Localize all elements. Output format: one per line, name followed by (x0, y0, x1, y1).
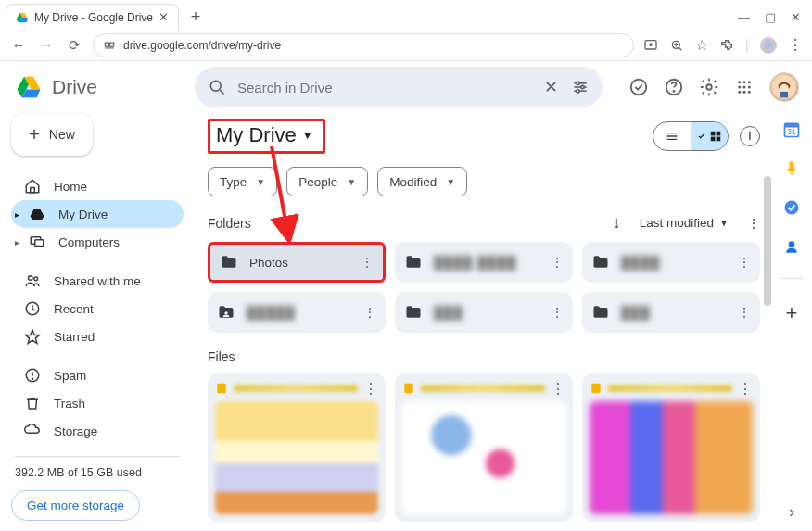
get-storage-button[interactable]: Get more storage (11, 490, 140, 521)
tasks-icon[interactable] (782, 198, 801, 217)
svg-rect-39 (780, 92, 788, 98)
svg-rect-53 (710, 132, 715, 136)
file-more-icon[interactable]: ⋮ (738, 380, 753, 398)
folder-item[interactable]: Photos ⋮ (208, 242, 386, 283)
site-info-icon[interactable] (103, 39, 116, 52)
search-options-icon[interactable] (571, 78, 590, 96)
search-bar[interactable]: ✕ (195, 67, 603, 107)
support-icon[interactable] (664, 77, 684, 97)
svg-line-11 (679, 47, 682, 50)
window-controls: — ▢ ✕ (738, 10, 812, 30)
sidebar-item-home[interactable]: Home (11, 172, 184, 200)
folder-item[interactable]: ███ ⋮ (582, 292, 760, 333)
file-more-icon[interactable]: ⋮ (551, 380, 565, 398)
folder-more-icon[interactable]: ⋮ (551, 255, 564, 270)
apps-grid-icon[interactable] (734, 77, 755, 97)
spam-icon (24, 367, 41, 384)
ready-offline-icon[interactable] (628, 77, 649, 97)
svg-point-30 (748, 81, 751, 83)
new-tab-button[interactable]: + (184, 6, 207, 28)
folder-name: █████ (247, 306, 296, 320)
tab-title: My Drive - Google Drive (34, 11, 153, 24)
svg-point-16 (210, 81, 221, 91)
file-more-icon[interactable]: ⋮ (363, 380, 378, 398)
browser-toolbar: ← → ⟳ drive.google.com/drive/my-drive ☆ … (0, 30, 812, 61)
svg-rect-5 (110, 43, 114, 46)
back-button[interactable]: ← (9, 36, 28, 55)
sidebar-item-computers[interactable]: ▸ Computers (11, 228, 184, 256)
list-view-button[interactable] (653, 122, 691, 150)
new-button[interactable]: + New (11, 113, 93, 156)
folder-item[interactable]: ████ ████ ⋮ (395, 242, 573, 283)
sort-direction-icon[interactable]: ↓ (613, 213, 621, 233)
file-item[interactable]: ⋮ (208, 373, 386, 522)
address-bar[interactable]: drive.google.com/drive/my-drive (93, 33, 634, 57)
folder-more-icon[interactable]: ⋮ (551, 305, 564, 320)
file-item[interactable]: ⋮ (582, 373, 760, 522)
sidebar-item-shared[interactable]: Shared with me (11, 267, 184, 295)
file-name (608, 385, 732, 392)
folder-name: ███ (621, 306, 651, 320)
contacts-icon[interactable] (782, 237, 801, 256)
computers-icon (29, 234, 45, 250)
svg-point-35 (743, 91, 746, 94)
folder-item[interactable]: █████ ⋮ (208, 292, 386, 333)
get-addons-button[interactable]: + (786, 301, 798, 325)
close-tab-icon[interactable]: ✕ (159, 10, 169, 24)
svg-point-28 (738, 81, 741, 83)
zoom-icon[interactable] (669, 38, 684, 53)
file-item[interactable]: ⋮ (395, 373, 573, 522)
sort-menu[interactable]: Last modified▼ (640, 216, 729, 230)
scrollbar-thumb[interactable] (764, 176, 771, 306)
bookmark-icon[interactable]: ☆ (695, 36, 708, 54)
install-app-icon[interactable] (643, 38, 658, 53)
browser-tab[interactable]: My Drive - Google Drive ✕ (6, 4, 179, 30)
drive-logo[interactable]: Drive (13, 73, 187, 101)
location-breadcrumb[interactable]: My Drive ▼ (208, 119, 325, 154)
reload-button[interactable]: ⟳ (65, 36, 83, 55)
account-avatar[interactable] (769, 72, 799, 102)
sidebar-item-spam[interactable]: Spam (11, 361, 184, 389)
filter-chip-type[interactable]: Type▼ (208, 167, 277, 196)
folder-more-icon[interactable]: ⋮ (363, 305, 376, 320)
filter-chip-people[interactable]: People▼ (286, 167, 368, 196)
storage-usage-text: 392.2 MB of 15 GB used (11, 466, 184, 479)
svg-rect-58 (217, 384, 225, 394)
folder-more-icon[interactable]: ⋮ (738, 305, 751, 320)
maximize-icon[interactable]: ▢ (765, 10, 776, 24)
expand-caret-icon[interactable]: ▸ (15, 209, 19, 220)
details-info-button[interactable]: i (740, 126, 760, 146)
sidebar-item-starred[interactable]: Starred (11, 322, 184, 350)
filter-chip-modified[interactable]: Modified▼ (377, 167, 467, 196)
sidebar-item-my-drive[interactable]: ▸ My Drive (11, 200, 184, 228)
more-options-icon[interactable]: ⋮ (747, 216, 760, 231)
folder-more-icon[interactable]: ⋮ (738, 255, 751, 270)
browser-profile-avatar[interactable] (760, 37, 777, 54)
search-input[interactable] (237, 80, 533, 95)
chrome-menu-icon[interactable]: ⋮ (788, 36, 803, 54)
expand-caret-icon[interactable]: ▸ (15, 237, 19, 247)
keep-icon[interactable] (782, 159, 801, 178)
clear-search-icon[interactable]: ✕ (544, 77, 558, 97)
grid-view-button[interactable] (691, 122, 728, 150)
folder-icon (591, 303, 610, 322)
collapse-panel-icon[interactable]: › (789, 502, 794, 522)
folder-item[interactable]: ████ ⋮ (582, 242, 760, 283)
folder-item[interactable]: ███ ⋮ (395, 292, 573, 333)
browser-tabstrip: My Drive - Google Drive ✕ + — ▢ ✕ (0, 0, 812, 30)
forward-button[interactable]: → (37, 36, 56, 55)
settings-icon[interactable] (699, 77, 719, 97)
sidebar-item-recent[interactable]: Recent (11, 295, 184, 322)
sidebar-item-storage[interactable]: Storage (11, 417, 184, 445)
svg-rect-56 (716, 137, 720, 142)
svg-point-31 (738, 86, 741, 89)
sidebar-item-trash[interactable]: Trash (11, 389, 184, 417)
svg-point-24 (631, 80, 647, 95)
close-window-icon[interactable]: ✕ (791, 10, 801, 24)
main-content: My Drive ▼ i Type▼ People▼ Modified▼ Fol… (195, 113, 771, 531)
minimize-icon[interactable]: — (738, 10, 750, 24)
extensions-icon[interactable] (719, 38, 734, 53)
calendar-icon[interactable]: 31 (782, 120, 801, 139)
svg-point-27 (706, 84, 712, 90)
folder-more-icon[interactable]: ⋮ (361, 255, 374, 270)
